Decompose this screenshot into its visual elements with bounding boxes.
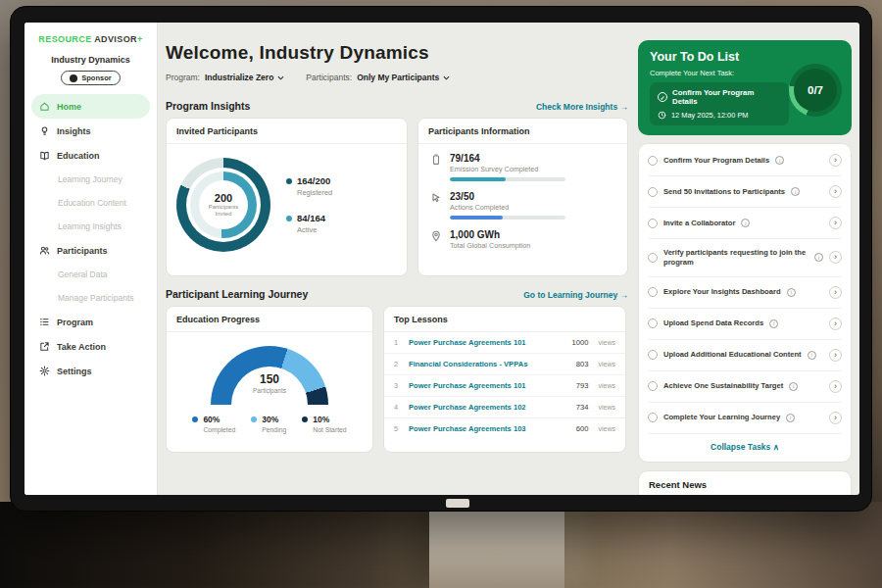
- info-icon[interactable]: i: [814, 253, 823, 262]
- learning-journey-header: Participant Learning Journey Go to Learn…: [166, 288, 628, 300]
- sidebar-nav: Home Insights Education Learning Journey: [24, 94, 157, 383]
- checkbox-icon[interactable]: [648, 219, 658, 228]
- lightbulb-icon: [39, 125, 50, 136]
- task-row-achieve-target[interactable]: Achieve One Sustainability Target i ›: [648, 371, 842, 403]
- program-filter-label: Program:: [166, 73, 200, 82]
- legend-item-registered: 164/200 Registered: [286, 175, 332, 197]
- chevron-right-icon[interactable]: ›: [829, 185, 842, 198]
- lesson-link[interactable]: Power Purchase Agreements 101: [409, 381, 569, 390]
- task-row-complete-learning-journey[interactable]: Complete Your Learning Journey i ›: [648, 403, 842, 434]
- not-started-dot-icon: [302, 416, 308, 422]
- info-icon[interactable]: i: [787, 288, 796, 297]
- sidebar-item-education-content[interactable]: Education Content: [24, 191, 157, 215]
- info-icon[interactable]: i: [808, 351, 816, 360]
- dashboard-screen: RESOURCE ADVISOR+ Industry Dynamics Spon…: [24, 23, 859, 495]
- check-more-insights-link[interactable]: Check More Insights →: [536, 102, 628, 112]
- brand-plus: +: [137, 34, 143, 44]
- info-icon[interactable]: i: [786, 414, 795, 422]
- pending-dot-icon: [251, 416, 257, 422]
- chevron-right-icon[interactable]: ›: [829, 349, 842, 362]
- sidebar-item-learning-journey[interactable]: Learning Journey: [24, 168, 157, 191]
- filters: Program: Industrialize Zero Participants…: [166, 73, 628, 82]
- legend-item-active: 84/164 Active: [286, 213, 332, 234]
- checkbox-icon[interactable]: [648, 381, 658, 391]
- checkbox-icon[interactable]: [648, 156, 658, 166]
- page-title: Welcome, Industry Dynamics: [166, 42, 628, 64]
- lesson-row: 3 Power Purchase Agreements 101 793views: [384, 375, 625, 397]
- check-icon: ✓: [658, 92, 667, 102]
- task-row-verify-participants[interactable]: Verify participants requesting to join t…: [648, 239, 842, 277]
- completed-dot-icon: [192, 416, 198, 422]
- sidebar-item-insights[interactable]: Insights: [24, 119, 157, 143]
- next-task-box[interactable]: ✓ Confirm Your Program Details 12 May 20…: [650, 82, 789, 125]
- lesson-link[interactable]: Power Purchase Agreements 101: [409, 338, 565, 347]
- actions-completed-stat: 23/50 Actions Completed: [430, 191, 615, 220]
- donut-center-value: 200: [215, 192, 232, 204]
- clock-icon: [658, 111, 666, 120]
- task-row-explore-insights[interactable]: Explore Your Insights Dashboard i ›: [648, 277, 842, 309]
- go-to-learning-journey-link[interactable]: Go to Learning Journey →: [523, 290, 628, 300]
- sidebar-item-settings[interactable]: Settings: [24, 359, 157, 383]
- sidebar-item-participants[interactable]: Participants: [24, 238, 157, 263]
- sidebar-item-learning-insights[interactable]: Learning Insights: [24, 215, 157, 238]
- task-row-upload-educational-content[interactable]: Upload Additional Educational Content i …: [648, 340, 842, 371]
- education-gauge-chart: 150 Participants: [211, 346, 328, 405]
- sidebar-item-general-data[interactable]: General Data: [24, 263, 157, 286]
- program-filter-value: Industrialize Zero: [205, 73, 273, 82]
- collapse-tasks-link[interactable]: Collapse Tasks ∧: [648, 434, 842, 461]
- chevron-right-icon[interactable]: ›: [829, 412, 842, 424]
- sidebar-item-home[interactable]: Home: [31, 94, 150, 119]
- lesson-row: 4 Power Purchase Agreements 102 734views: [384, 397, 625, 418]
- sidebar-item-manage-participants[interactable]: Manage Participants: [24, 286, 157, 310]
- lesson-link[interactable]: Power Purchase Agreements 102: [409, 403, 569, 412]
- learning-journey-title: Participant Learning Journey: [166, 288, 308, 300]
- org-name: Industry Dynamics: [24, 55, 157, 65]
- todo-progress-value: 0/7: [808, 84, 823, 96]
- next-task-time: 12 May 2025, 12:00 PM: [671, 111, 748, 120]
- chevron-right-icon[interactable]: ›: [829, 286, 842, 299]
- info-icon[interactable]: i: [741, 219, 750, 227]
- battery-icon: [430, 154, 442, 166]
- info-icon[interactable]: i: [775, 156, 784, 165]
- checkbox-icon[interactable]: [648, 253, 658, 263]
- checkbox-icon[interactable]: [648, 318, 658, 328]
- consumption-stat: 1,000 GWh Total Global Consumption: [430, 229, 615, 250]
- chevron-right-icon[interactable]: ›: [829, 217, 842, 229]
- list-icon: [39, 317, 50, 327]
- checkbox-icon[interactable]: [648, 187, 658, 197]
- monitor-bezel: RESOURCE ADVISOR+ Industry Dynamics Spon…: [10, 6, 872, 512]
- task-row-confirm-program[interactable]: Confirm Your Program Details i ›: [648, 145, 842, 176]
- sidebar-item-program[interactable]: Program: [24, 310, 157, 334]
- task-row-send-invitations[interactable]: Send 50 Invitations to Participants i ›: [648, 176, 842, 208]
- chevron-right-icon[interactable]: ›: [829, 154, 842, 167]
- sidebar-item-education[interactable]: Education: [24, 143, 157, 168]
- checkbox-icon[interactable]: [648, 287, 658, 297]
- lesson-link[interactable]: Power Purchase Agreements 103: [409, 424, 569, 433]
- legend-item-completed: 60% Completed: [192, 415, 235, 433]
- info-icon[interactable]: i: [769, 319, 778, 328]
- program-insights-title: Program Insights: [166, 100, 250, 112]
- invited-participants-title: Invited Participants: [167, 119, 407, 144]
- chevron-right-icon[interactable]: ›: [829, 318, 842, 330]
- task-row-upload-spend-data[interactable]: Upload Spend Data Records i ›: [648, 309, 842, 340]
- sidebar: RESOURCE ADVISOR+ Industry Dynamics Spon…: [24, 23, 158, 495]
- checkbox-icon[interactable]: [648, 350, 658, 360]
- education-legend: 60% Completed 30% Pending 10% Not Starte…: [167, 415, 372, 433]
- chevron-right-icon[interactable]: ›: [829, 380, 842, 393]
- program-filter[interactable]: Program: Industrialize Zero: [166, 73, 284, 82]
- participants-filter[interactable]: Participants: Only My Participants: [306, 73, 450, 82]
- sidebar-item-take-action[interactable]: Take Action: [24, 334, 157, 359]
- home-icon: [39, 101, 50, 112]
- checkbox-icon[interactable]: [648, 413, 658, 422]
- chevron-right-icon[interactable]: ›: [829, 251, 842, 264]
- task-row-invite-collaborator[interactable]: Invite a Collaborator i ›: [648, 208, 842, 239]
- chevron-down-icon: [443, 75, 450, 80]
- info-icon[interactable]: i: [789, 382, 798, 391]
- sponsor-icon: [70, 74, 77, 82]
- arrow-right-icon: →: [620, 290, 629, 300]
- gear-icon: [39, 366, 50, 376]
- lesson-link[interactable]: Financial Considerations - VPPAs: [409, 360, 569, 368]
- invited-participants-card: Invited Participants 200 Participants In…: [166, 118, 408, 276]
- info-icon[interactable]: i: [791, 187, 800, 196]
- invited-donut-chart: 200 Participants Invited: [176, 158, 270, 252]
